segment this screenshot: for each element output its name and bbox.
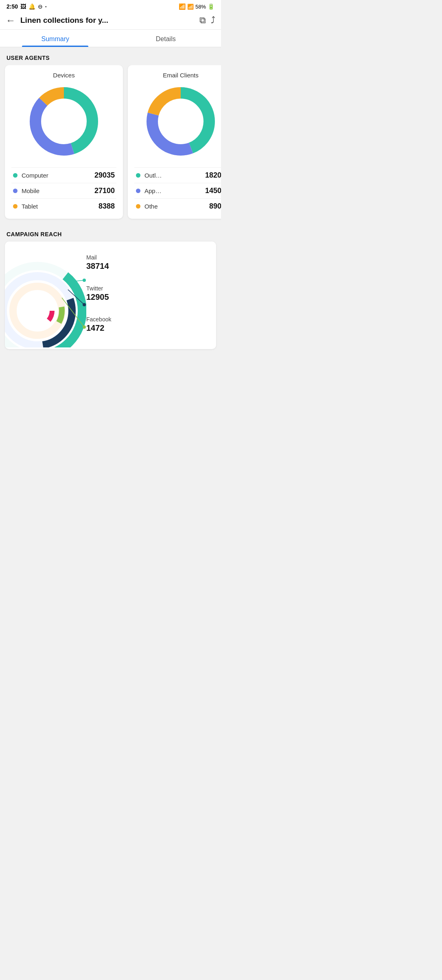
computer-label: Computer [22,172,48,179]
signal-icon: 📶 [187,4,194,10]
outlook-dot [136,173,140,178]
svg-point-16 [83,279,86,282]
notification-icon: 🔔 [28,3,35,10]
twitter-value: 12905 [86,292,210,302]
other-value: 8900 [209,202,221,211]
mobile-dot [13,189,18,193]
email-donut-chart [142,83,219,160]
status-left: 2:50 🖼 🔔 ⊖ • [7,3,47,10]
legend-outlook: Outl… 18200 [134,167,221,183]
gallery-icon: 🖼 [20,3,26,10]
tab-details[interactable]: Details [111,30,221,47]
other-label: Othe [144,203,158,210]
tab-summary[interactable]: Summary [0,30,111,47]
mobile-value: 27100 [94,187,115,195]
dot-icon: • [45,4,47,9]
devices-donut-chart [25,83,103,160]
legend-apple-mail: App… 14500 [134,183,221,198]
top-bar: ← Linen collections for y... ⧉ ⤴ [0,11,221,30]
mobile-label: Mobile [22,187,39,194]
legend-mobile: Mobile 27100 [11,183,116,198]
email-clients-card-title: Email Clients [134,72,221,79]
status-time: 2:50 [7,3,18,10]
campaign-radial-chart [5,242,86,347]
battery-text: 58% [195,4,206,10]
dnd-icon: ⊖ [38,3,43,10]
devices-card-title: Devices [11,72,116,79]
battery-icon: 🔋 [208,3,214,10]
share-button[interactable]: ⤴ [211,15,215,26]
campaign-reach-label: CAMPAIGN REACH [0,224,221,242]
campaign-facebook: Facebook 1472 [86,316,210,333]
tab-bar: Summary Details [0,30,221,47]
apple-mail-value: 14500 [205,187,221,195]
outlook-value: 18200 [205,171,221,180]
tablet-value: 8388 [98,202,115,211]
legend-tablet: Tablet 8388 [11,198,116,214]
mail-label: Mail [86,254,210,261]
campaign-reach-card: Mail 38714 Twitter 12905 Facebook 1472 [5,242,216,349]
svg-point-14 [23,296,52,325]
apple-mail-label: App… [144,187,162,194]
other-dot [136,204,140,209]
email-clients-card: Email Clients Outl… 18200 [128,65,221,219]
devices-card: Devices [5,65,123,219]
campaign-twitter: Twitter 12905 [86,285,210,302]
copy-button[interactable]: ⧉ [199,15,206,26]
campaign-mail: Mail 38714 [86,254,210,271]
user-agents-label: USER AGENTS [0,47,221,65]
back-button[interactable]: ← [6,15,15,26]
user-agents-cards: Devices [0,65,221,224]
legend-computer: Computer 29035 [11,167,116,183]
facebook-label: Facebook [86,316,210,323]
svg-point-18 [83,303,86,306]
campaign-legend-area: Mail 38714 Twitter 12905 Facebook 1472 [86,242,216,349]
main-content: USER AGENTS Devices [0,47,221,349]
twitter-label: Twitter [86,285,210,292]
email-donut-container [134,83,221,160]
apple-mail-dot [136,189,140,193]
computer-value: 29035 [94,171,115,180]
outlook-label: Outl… [144,172,162,179]
page-title: Linen collections for y... [20,16,195,25]
mail-value: 38714 [86,261,210,271]
facebook-value: 1472 [86,323,210,333]
status-bar: 2:50 🖼 🔔 ⊖ • 📶 📶 58% 🔋 [0,0,221,11]
wifi-icon: 📶 [179,3,186,10]
tablet-dot [13,204,18,209]
tablet-label: Tablet [22,203,38,210]
svg-point-20 [83,325,86,329]
status-right: 📶 📶 58% 🔋 [179,3,214,10]
computer-dot [13,173,18,178]
legend-other-email: Othe 8900 [134,198,221,214]
devices-donut-container [11,83,116,160]
campaign-chart-area [5,242,86,349]
